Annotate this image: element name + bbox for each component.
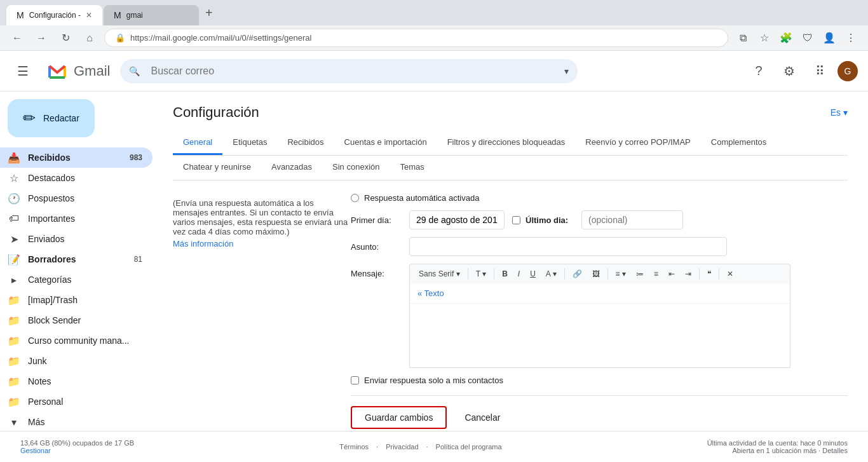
tab-cuentas[interactable]: Cuentas e importación (334, 131, 437, 155)
new-tab-button[interactable]: + (200, 6, 218, 20)
star-icon: ☆ (8, 172, 20, 184)
bold-button[interactable]: B (498, 267, 512, 281)
tab-recibidos[interactable]: Recibidos (277, 131, 334, 155)
compose-button[interactable]: ✏ Redactar (8, 99, 95, 137)
tab-filtros[interactable]: Filtros y direcciones bloqueadas (437, 131, 576, 155)
subtab-avanzadas[interactable]: Avanzadas (261, 156, 322, 180)
search-chevron-icon[interactable]: ▾ (564, 66, 569, 76)
ultimo-dia-input[interactable] (581, 210, 683, 229)
sidebar-item-importantes[interactable]: 🏷 Importantes (0, 208, 153, 229)
bookmark-button[interactable]: ☆ (755, 29, 774, 48)
sidebar-item-recibidos[interactable]: 📥 Recibidos 983 (0, 147, 153, 168)
avatar[interactable]: G (837, 61, 858, 81)
subtab-sin-conexion[interactable]: Sin conexión (322, 156, 390, 180)
sidebar-item-curso[interactable]: 📁 Curso community mana... (0, 330, 153, 351)
sidebar-item-pospuestos[interactable]: 🕐 Pospuestos (0, 188, 153, 208)
external-link-button[interactable]: ⧉ (733, 29, 752, 48)
tab-configuracion[interactable]: M Configuración - ✕ (6, 5, 102, 25)
asunto-label: Asunto: (351, 242, 402, 252)
tab1-close[interactable]: ✕ (86, 11, 92, 20)
message-body[interactable] (410, 304, 790, 367)
help-button[interactable]: ? (746, 58, 771, 84)
profile-extension-button[interactable]: 🛡 (798, 29, 817, 48)
privacy-link[interactable]: Privacidad (386, 443, 418, 451)
mensaje-row: Mensaje: Sans Serif ▾ T ▾ B I U (351, 264, 848, 368)
sidebar-item-mas[interactable]: ▾ Más (0, 412, 153, 431)
policy-link[interactable]: Política del programa (436, 443, 502, 451)
tab-complementos[interactable]: Complementos (701, 131, 776, 155)
primer-dia-input[interactable] (409, 210, 505, 229)
underline-button[interactable]: U (526, 267, 539, 281)
settings-title-text: Configuración (173, 104, 259, 121)
asunto-input[interactable] (409, 237, 727, 256)
apps-button[interactable]: ⠿ (807, 58, 832, 84)
app: ☰ Gmail 🔍 ▾ ? ⚙ ⠿ G (0, 51, 868, 462)
ultimo-dia-checkbox[interactable] (512, 216, 520, 224)
extension-button[interactable]: 🧩 (776, 29, 796, 48)
manage-link[interactable]: Gestionar (20, 447, 51, 454)
forward-button[interactable]: → (32, 29, 51, 48)
sidebar-item-junk[interactable]: 📁 Junk (0, 351, 153, 371)
subtab-temas[interactable]: Temas (390, 156, 435, 180)
save-button[interactable]: Guardar cambios (351, 406, 447, 429)
enviar-contactos-checkbox[interactable] (351, 376, 359, 384)
tab-general[interactable]: General (173, 131, 222, 155)
tab-gmail[interactable]: M gmai (104, 5, 199, 25)
respuesta-radio-row: Respuesta automática activada (351, 193, 848, 203)
settings-button[interactable]: ⚙ (776, 58, 802, 84)
primer-dia-row: Primer día: Último dia: (351, 210, 848, 229)
search-input[interactable] (120, 59, 578, 83)
remove-format-button[interactable]: ✕ (723, 267, 737, 281)
sidebar-item-personal[interactable]: 📁 Personal (0, 391, 153, 412)
address-bar[interactable]: 🔒 https://mail.google.com/mail/u/0/#sett… (104, 29, 728, 47)
tab-etiquetas[interactable]: Etiquetas (222, 131, 277, 155)
ultimo-dia-section: Último dia: (512, 210, 683, 229)
reload-button[interactable]: ↻ (56, 29, 75, 48)
indent-less-button[interactable]: ⇤ (665, 267, 679, 281)
sidebar-label-notes: Notes (28, 376, 142, 386)
section-description-text: (Envía una respuesta automática a los me… (173, 198, 351, 236)
inbox-icon: 📥 (8, 151, 20, 164)
quote-button[interactable]: ❝ (703, 267, 715, 281)
italic-button[interactable]: I (514, 267, 524, 281)
sidebar-item-block-sender[interactable]: 📁 Block Sender (0, 310, 153, 330)
sidebar-item-enviados[interactable]: ➤ Enviados (0, 229, 153, 249)
more-info-link[interactable]: Más información (173, 239, 233, 248)
sidebar-item-notes[interactable]: 📁 Notes (0, 371, 153, 391)
sidebar-item-borradores[interactable]: 📝 Borradores 81 (0, 249, 153, 269)
sidebar-item-imap-trash[interactable]: 📁 [Imap]/Trash (0, 290, 153, 310)
menu-button[interactable]: ⋮ (841, 29, 860, 48)
image-button[interactable]: 🖼 (588, 267, 604, 281)
gmail-header: ☰ Gmail 🔍 ▾ ? ⚙ ⠿ G (0, 51, 868, 92)
tab-reenvio[interactable]: Reenvío y correo POP/IMAP (575, 131, 700, 155)
enviar-contactos-label[interactable]: Enviar respuesta solo a mis contactos (364, 376, 503, 385)
unordered-list-button[interactable]: ≡ (650, 267, 662, 281)
settings-title: Configuración Es ▾ (173, 104, 848, 121)
ultimo-dia-label[interactable]: Último dia: (526, 215, 576, 225)
subtab-chatear[interactable]: Chatear y reunirse (173, 156, 261, 180)
gmail-logo[interactable]: Gmail (46, 60, 110, 83)
align-button[interactable]: ≡ ▾ (612, 267, 630, 281)
settings-lang-selector[interactable]: Es ▾ (831, 107, 848, 118)
ordered-list-button[interactable]: ≔ (632, 267, 648, 281)
message-quote[interactable]: « Texto (410, 283, 790, 304)
sidebar-item-categorias[interactable]: ▸ Categorías (0, 269, 153, 290)
sidebar-item-destacados[interactable]: ☆ Destacados (0, 168, 153, 188)
primer-dia-label: Primer día: (351, 215, 402, 225)
terms-link[interactable]: Términos (339, 443, 369, 451)
sidebar-label-mas: Más (28, 417, 142, 427)
toolbar-sep-5 (699, 268, 700, 280)
avatar-nav-button[interactable]: 👤 (820, 29, 839, 48)
link-button[interactable]: 🔗 (569, 267, 586, 281)
back-button[interactable]: ← (8, 29, 27, 48)
home-button[interactable]: ⌂ (80, 29, 99, 48)
font-size-button[interactable]: T ▾ (472, 267, 490, 281)
font-family-button[interactable]: Sans Serif ▾ (415, 267, 464, 281)
cancel-button[interactable]: Cancelar (454, 407, 510, 428)
font-color-button[interactable]: A ▾ (542, 267, 560, 281)
indent-more-button[interactable]: ⇥ (681, 267, 695, 281)
respuesta-auto-label[interactable]: Respuesta automática activada (364, 193, 479, 203)
respuesta-auto-radio[interactable] (351, 194, 359, 202)
quote-link[interactable]: « Texto (417, 289, 444, 298)
hamburger-menu[interactable]: ☰ (10, 58, 36, 84)
